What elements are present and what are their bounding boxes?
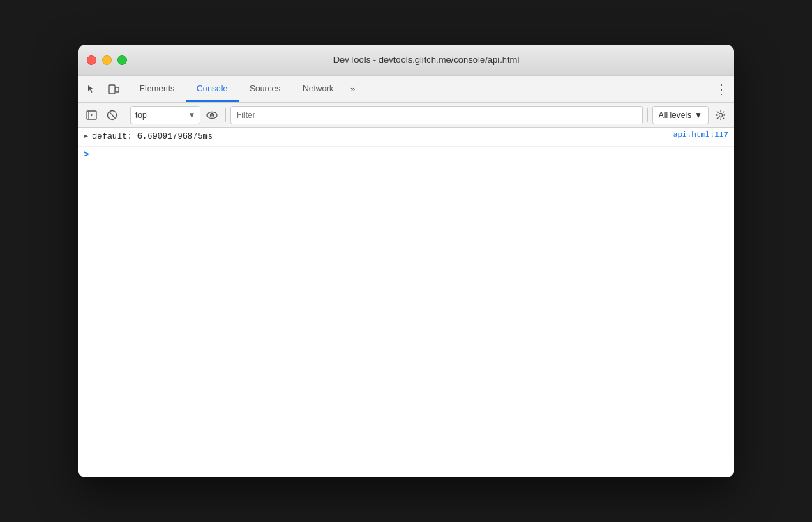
svg-rect-1 xyxy=(116,87,119,92)
context-selector[interactable]: top ▼ xyxy=(130,106,200,124)
tabs: Elements Console Sources Network » xyxy=(128,76,712,102)
devtools-panel: Elements Console Sources Network » ⋮ xyxy=(78,75,734,477)
filter-input[interactable] xyxy=(230,106,643,124)
expand-arrow-icon[interactable]: ▶ xyxy=(84,132,88,140)
toolbar-separator-1 xyxy=(126,108,126,122)
show-sidebar-button[interactable] xyxy=(82,106,100,124)
console-cursor xyxy=(93,150,93,160)
window-title: DevTools - devtools.glitch.me/console/ap… xyxy=(127,54,725,65)
maximize-button[interactable] xyxy=(117,55,127,65)
tab-elements[interactable]: Elements xyxy=(128,76,186,102)
title-bar: DevTools - devtools.glitch.me/console/ap… xyxy=(78,45,734,75)
source-link[interactable]: api.html:117 xyxy=(673,130,728,139)
console-input-row: > xyxy=(78,147,734,163)
more-tabs-button[interactable]: » xyxy=(345,76,361,102)
console-entry: ▶ default: 6.69091796875ms api.html:117 xyxy=(78,128,734,147)
levels-arrow-icon: ▼ xyxy=(694,110,702,120)
devtools-window: DevTools - devtools.glitch.me/console/ap… xyxy=(78,45,734,477)
levels-label: All levels xyxy=(659,110,691,120)
context-value: top xyxy=(135,110,147,120)
traffic-lights xyxy=(87,55,127,65)
tab-bar-icons xyxy=(81,80,124,99)
svg-marker-4 xyxy=(91,114,93,117)
console-settings-button[interactable] xyxy=(712,106,730,124)
context-arrow-icon: ▼ xyxy=(188,111,195,119)
svg-point-9 xyxy=(211,114,213,116)
close-button[interactable] xyxy=(87,55,96,65)
toolbar-separator-3 xyxy=(647,108,648,122)
log-levels-button[interactable]: All levels ▼ xyxy=(652,106,709,124)
tab-sources[interactable]: Sources xyxy=(239,76,292,102)
minimize-button[interactable] xyxy=(102,55,112,65)
svg-rect-0 xyxy=(109,85,115,94)
svg-line-6 xyxy=(110,112,116,118)
devtools-menu-button[interactable]: ⋮ xyxy=(712,80,731,99)
console-message: default: 6.69091796875ms xyxy=(92,130,668,143)
console-prompt-icon: > xyxy=(84,150,89,160)
tab-bar-right: ⋮ xyxy=(712,80,731,99)
console-content: ▶ default: 6.69091796875ms api.html:117 … xyxy=(78,128,734,477)
svg-point-10 xyxy=(719,113,723,117)
inspect-element-button[interactable] xyxy=(81,80,102,99)
tab-network[interactable]: Network xyxy=(292,76,345,102)
tab-bar: Elements Console Sources Network » ⋮ xyxy=(78,76,734,103)
device-toolbar-button[interactable] xyxy=(103,80,124,99)
console-toolbar: top ▼ All levels ▼ xyxy=(78,103,734,128)
clear-console-button[interactable] xyxy=(103,106,121,124)
tab-console[interactable]: Console xyxy=(186,76,239,102)
toolbar-separator-2 xyxy=(225,108,226,122)
live-expressions-button[interactable] xyxy=(203,106,221,124)
